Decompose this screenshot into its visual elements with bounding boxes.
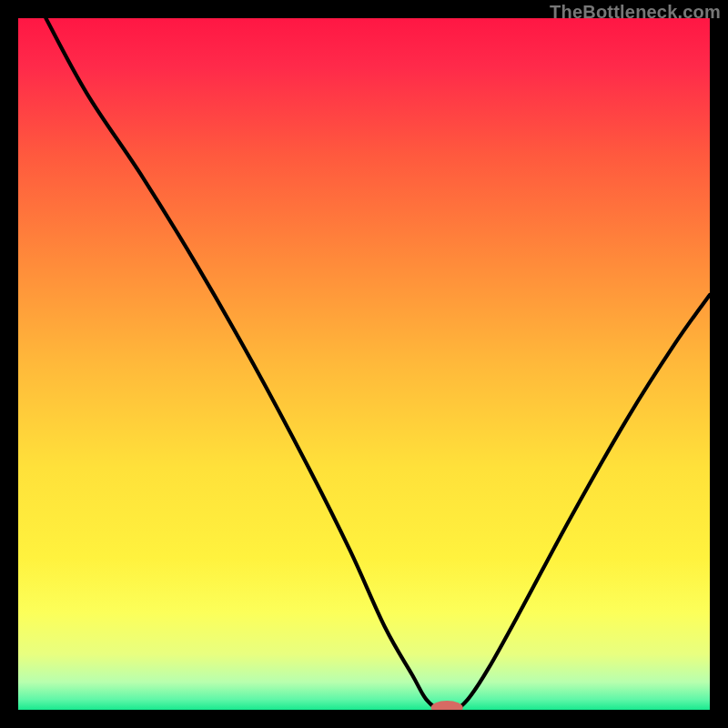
bottleneck-chart bbox=[18, 18, 710, 710]
chart-frame: TheBottleneck.com bbox=[0, 0, 728, 728]
chart-background bbox=[18, 18, 710, 710]
